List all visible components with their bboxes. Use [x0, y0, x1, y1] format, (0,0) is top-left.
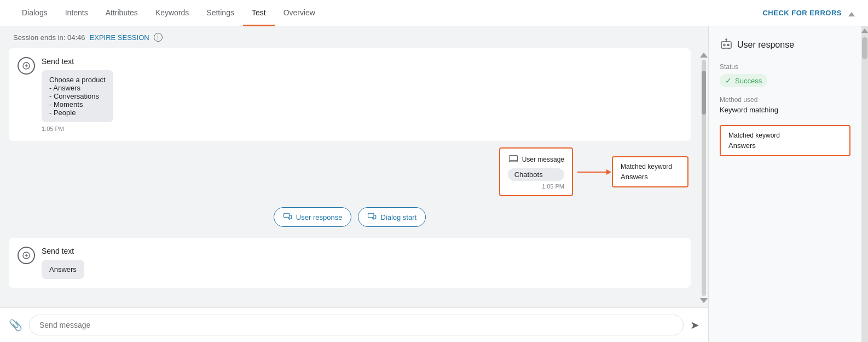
send-text-content-1: Send text Choose a product - Answers - C…	[42, 57, 682, 132]
dialog-start-button[interactable]: Dialog start	[358, 207, 426, 227]
message-input-bar: 📎 ➤	[0, 307, 708, 342]
svg-point-10	[724, 44, 725, 46]
bubble-line-1: Choose a product	[49, 76, 106, 84]
scroll-down-button[interactable]	[700, 298, 708, 303]
status-value: Success	[735, 77, 762, 85]
bubble-line-4: - Moments	[49, 100, 106, 109]
nav-overview[interactable]: Overview	[275, 1, 324, 26]
send-button[interactable]: ➤	[690, 318, 699, 332]
svg-point-11	[727, 44, 729, 46]
scroll-up-button[interactable]	[700, 53, 708, 58]
nav-keywords[interactable]: Keywords	[147, 1, 198, 26]
nav-settings[interactable]: Settings	[198, 1, 243, 26]
dialog-start-label: Dialog start	[380, 213, 416, 221]
chat-panel: Session ends in: 04:46 EXPIRE SESSION i	[0, 26, 708, 342]
chat-scroll-area[interactable]: Send text Choose a product - Answers - C…	[0, 48, 699, 307]
right-panel: User response Status ✓ Success Method us…	[708, 26, 861, 342]
status-dot-icon: ✓	[725, 76, 732, 85]
bubble-line-3: - Conversations	[49, 92, 106, 100]
user-message-title: User message	[522, 156, 564, 163]
send-icon-2	[18, 247, 35, 264]
bubble-line-2: - Answers	[49, 84, 106, 92]
info-icon[interactable]: i	[154, 33, 163, 42]
send-icon	[18, 57, 35, 75]
matched-keyword-box: Matched keyword Answers	[612, 156, 688, 187]
user-message-timestamp: 1:05 PM	[508, 183, 564, 190]
send-text-title-1: Send text	[42, 57, 682, 66]
user-message-row: User message Chatbots 1:05 PM	[9, 147, 691, 196]
message-bubble-1: Choose a product - Answers - Conversatio…	[42, 70, 113, 122]
panel-title: User response	[737, 40, 794, 50]
outer-scrollbar	[861, 26, 868, 342]
svg-rect-4	[283, 213, 290, 218]
user-message-label: User message	[508, 154, 564, 165]
svg-point-12	[726, 39, 727, 40]
arrow-line	[577, 172, 607, 173]
scroll-thumb[interactable]	[702, 71, 706, 115]
svg-rect-5	[368, 213, 374, 218]
method-label: Method used	[720, 96, 850, 104]
nav-attributes[interactable]: Attributes	[97, 1, 147, 26]
user-response-button[interactable]: User response	[274, 207, 352, 227]
send-text-block-2: Send text Answers	[9, 238, 691, 288]
send-text-timestamp-1: 1:05 PM	[42, 126, 682, 132]
expire-session-button[interactable]: EXPIRE SESSION	[90, 33, 149, 42]
user-message-value: Chatbots	[508, 168, 564, 181]
scroll-track[interactable]	[702, 60, 706, 296]
method-value: Keyword matching	[720, 106, 850, 114]
chat-scrollbar	[699, 48, 708, 307]
matched-keyword-label: Matched keyword	[621, 163, 680, 170]
user-message-box: User message Chatbots 1:05 PM	[499, 147, 573, 196]
arrow-connector	[573, 172, 612, 173]
status-badge: ✓ Success	[720, 74, 767, 87]
flow-buttons-row: User response Dialog start	[9, 198, 691, 236]
outer-scroll-up[interactable]	[861, 29, 868, 33]
right-panel-matched-keyword-box: Matched keyword Answers	[720, 125, 850, 156]
outer-scroll-thumb[interactable]	[862, 37, 867, 59]
session-timer: Session ends in: 04:46	[13, 33, 85, 42]
top-nav: Dialogs Intents Attributes Keywords Sett…	[0, 0, 868, 26]
message-bubble-2: Answers	[42, 260, 84, 279]
message-input[interactable]	[29, 315, 684, 335]
send-text-block-1: Send text Choose a product - Answers - C…	[9, 48, 691, 141]
nav-dialogs[interactable]: Dialogs	[13, 1, 56, 26]
send-text-content-2: Send text Answers	[42, 247, 682, 279]
svg-rect-9	[721, 42, 731, 48]
send-text-title-2: Send text	[42, 247, 682, 255]
right-panel-matched-keyword-label: Matched keyword	[728, 132, 842, 139]
right-panel-matched-keyword-value: Answers	[728, 141, 842, 150]
attach-icon[interactable]: 📎	[9, 318, 22, 332]
panel-header: User response	[720, 37, 850, 52]
user-response-label: User response	[296, 213, 343, 221]
bubble-line-5: - People	[49, 109, 106, 117]
scroll-up-arrow[interactable]	[848, 12, 855, 16]
nav-intents[interactable]: Intents	[56, 1, 97, 26]
arrow-head	[606, 169, 611, 175]
main-layout: Session ends in: 04:46 EXPIRE SESSION i	[0, 26, 868, 342]
nav-test[interactable]: Test	[243, 1, 275, 26]
matched-keyword-value: Answers	[621, 173, 680, 181]
session-bar: Session ends in: 04:46 EXPIRE SESSION i	[0, 26, 708, 48]
status-label: Status	[720, 63, 850, 71]
robot-icon	[720, 37, 733, 52]
check-errors-button[interactable]: CHECK FOR ERRORS	[762, 9, 842, 17]
